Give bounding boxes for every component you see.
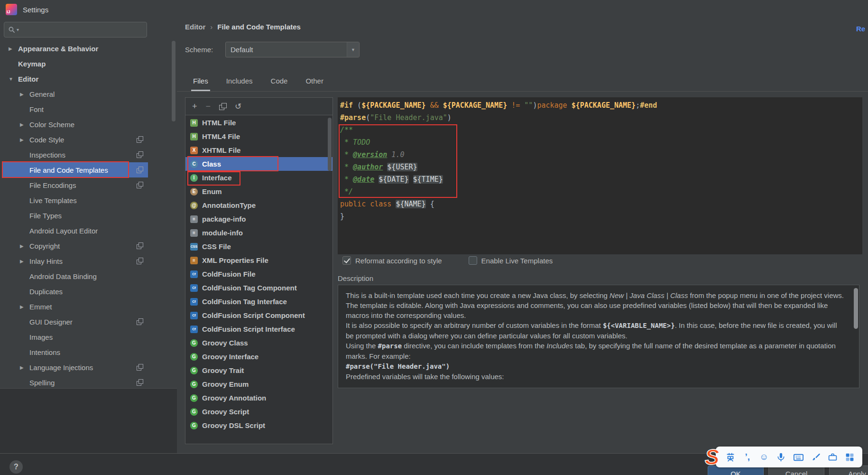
ime-menu-grid-icon[interactable] [845, 452, 855, 462]
template-item-label: Groovy Annotation [202, 394, 266, 402]
sidebar-item-images[interactable]: Images [0, 329, 177, 345]
template-item-package-info[interactable]: ≡package-info [185, 212, 332, 226]
sidebar-item-label: Live Templates [29, 196, 77, 205]
sogou-logo-icon[interactable]: S [705, 446, 720, 468]
ime-language-mode-icon[interactable] [725, 452, 736, 462]
ime-emoji-icon[interactable]: ☺ [759, 452, 769, 462]
ime-toolbox-icon[interactable] [828, 452, 838, 462]
code-area[interactable]: #if (${PACKAGE_NAME} && ${PACKAGE_NAME} … [338, 97, 862, 224]
template-item-groovy-enum[interactable]: GGroovy Enum [185, 377, 332, 391]
ime-skin-brush-icon[interactable] [811, 452, 821, 462]
add-template-button[interactable]: + [192, 102, 197, 111]
sidebar-item-code-style[interactable]: ▶Code Style [0, 132, 177, 147]
project-override-icon [137, 136, 143, 143]
sidebar-item-inlay-hints[interactable]: ▶Inlay Hints [0, 253, 177, 269]
template-item-coldfusion-tag-component[interactable]: CfColdFusion Tag Component [185, 281, 332, 295]
sidebar-item-file-and-code-templates[interactable]: File and Code Templates [0, 162, 177, 177]
settings-search-input[interactable]: ▾ [4, 22, 147, 37]
chevron-right-icon[interactable]: ▶ [20, 137, 29, 142]
template-item-groovy-script[interactable]: GGroovy Script [185, 405, 332, 419]
tab-files[interactable]: Files [192, 75, 209, 91]
sidebar-item-android-data-binding[interactable]: Android Data Binding [0, 269, 177, 284]
description-scrollbar[interactable] [854, 288, 858, 329]
checkbox-checked-icon[interactable] [342, 256, 351, 265]
groovy-trait-file-type-icon: G [190, 367, 198, 374]
ime-punctuation-mode-icon[interactable]: ’, [743, 452, 752, 462]
sidebar-item-appearance-behavior[interactable]: ▶Appearance & Behavior [0, 41, 177, 56]
template-item-groovy-class[interactable]: GGroovy Class [185, 336, 332, 350]
template-item-groovy-interface[interactable]: GGroovy Interface [185, 350, 332, 363]
revert-template-button[interactable]: ↺ [235, 102, 241, 111]
sidebar-item-duplicates[interactable]: Duplicates [0, 284, 177, 299]
sidebar-item-android-layout-editor[interactable]: Android Layout Editor [0, 223, 177, 238]
tab-code[interactable]: Code [270, 75, 289, 91]
template-item-groovy-trait[interactable]: GGroovy Trait [185, 363, 332, 377]
breadcrumb-current: File and Code Templates [217, 23, 301, 31]
chevron-right-icon[interactable]: ▶ [20, 365, 29, 370]
template-item-annotationtype[interactable]: @AnnotationType [185, 198, 332, 212]
help-button[interactable]: ? [9, 460, 23, 474]
template-item-groovy-dsl-script[interactable]: GGroovy DSL Script [185, 419, 332, 432]
chevron-right-icon[interactable]: ▶ [20, 122, 29, 127]
template-item-coldfusion-script-interface[interactable]: CfColdFusion Script Interface [185, 322, 332, 336]
sidebar-item-editor[interactable]: ▼Editor [0, 71, 177, 86]
sidebar-item-copyright[interactable]: ▶Copyright [0, 238, 177, 253]
option-enable-live-templates[interactable]: Enable Live Templates [469, 256, 553, 265]
chevron-right-icon[interactable]: ▶ [20, 243, 29, 249]
sidebar-item-file-encodings[interactable]: File Encodings [0, 177, 177, 193]
sidebar-item-file-types[interactable]: File Types [0, 208, 177, 223]
chevron-right-icon[interactable]: ▶ [20, 259, 29, 264]
search-options-caret-icon[interactable]: ▾ [17, 27, 19, 32]
sidebar-item-font[interactable]: Font [0, 102, 177, 117]
template-item-xhtml-file[interactable]: XXHTML File [185, 143, 332, 157]
chevron-right-icon[interactable]: ▶ [9, 46, 18, 51]
remove-template-button[interactable]: − [206, 102, 211, 111]
template-editor[interactable]: #if (${PACKAGE_NAME} && ${PACKAGE_NAME} … [338, 97, 862, 254]
groovy-enum-file-type-icon: G [190, 381, 198, 388]
template-item-coldfusion-file[interactable]: CfColdFusion File [185, 267, 332, 281]
template-item-html4-file[interactable]: HHTML4 File [185, 130, 332, 143]
copy-template-button[interactable] [219, 103, 226, 110]
tab-other[interactable]: Other [305, 75, 324, 91]
reset-link[interactable]: Re [856, 25, 865, 33]
template-item-xml-properties-file[interactable]: ≡XML Properties File [185, 253, 332, 267]
template-item-html-file[interactable]: HHTML File [185, 116, 332, 130]
template-item-coldfusion-script-component[interactable]: CfColdFusion Script Component [185, 308, 332, 322]
code-line: #parse("File Header.java") [340, 113, 862, 126]
sidebar-item-spelling[interactable]: Spelling [0, 375, 177, 388]
sidebar-item-keymap[interactable]: Keymap [0, 56, 177, 71]
scheme-select[interactable]: Default ▼ [225, 42, 360, 57]
template-item-module-info[interactable]: ≡module-info [185, 226, 332, 240]
sidebar-item-color-scheme[interactable]: ▶Color Scheme [0, 117, 177, 132]
sidebar-item-gui-designer[interactable]: GUI Designer [0, 314, 177, 329]
breadcrumb-editor[interactable]: Editor [185, 23, 205, 31]
tab-includes[interactable]: Includes [225, 75, 254, 91]
sidebar-scrollbar[interactable] [172, 41, 175, 121]
sidebar-item-language-injections[interactable]: ▶Language Injections [0, 360, 177, 375]
template-item-label: CSS File [202, 242, 231, 251]
template-item-label: ColdFusion Tag Interface [202, 298, 287, 306]
template-item-enum[interactable]: EEnum [185, 185, 332, 198]
settings-sidebar: ▾ ▶Appearance & BehaviorKeymap▼Editor▶Ge… [0, 19, 177, 388]
template-item-css-file[interactable]: CSSCSS File [185, 240, 332, 253]
ime-voice-input-icon[interactable] [776, 452, 786, 462]
scheme-selected-value: Default [231, 46, 253, 54]
groovy-annotation-file-type-icon: G [190, 394, 198, 402]
template-list-scrollbar[interactable] [328, 118, 332, 171]
chevron-right-icon[interactable]: ▶ [20, 304, 29, 309]
sidebar-item-inspections[interactable]: Inspections [0, 147, 177, 162]
checkbox-unchecked-icon[interactable] [469, 256, 477, 265]
template-item-interface[interactable]: IInterface [185, 171, 332, 185]
option-reformat-according-to-style[interactable]: Reformat according to style [342, 256, 442, 265]
sidebar-item-emmet[interactable]: ▶Emmet [0, 299, 177, 314]
chevron-right-icon[interactable]: ▶ [20, 92, 29, 97]
sidebar-item-intentions[interactable]: Intentions [0, 345, 177, 360]
sidebar-item-live-templates[interactable]: Live Templates [0, 193, 177, 208]
template-item-class[interactable]: CClass [185, 157, 332, 171]
template-item-coldfusion-tag-interface[interactable]: CfColdFusion Tag Interface [185, 295, 332, 308]
sidebar-item-general[interactable]: ▶General [0, 86, 177, 102]
code-line: * @author ${USER} [340, 163, 862, 175]
template-item-groovy-annotation[interactable]: GGroovy Annotation [185, 391, 332, 405]
ime-virtual-keyboard-icon[interactable] [793, 452, 804, 463]
chevron-down-icon[interactable]: ▼ [9, 76, 18, 82]
